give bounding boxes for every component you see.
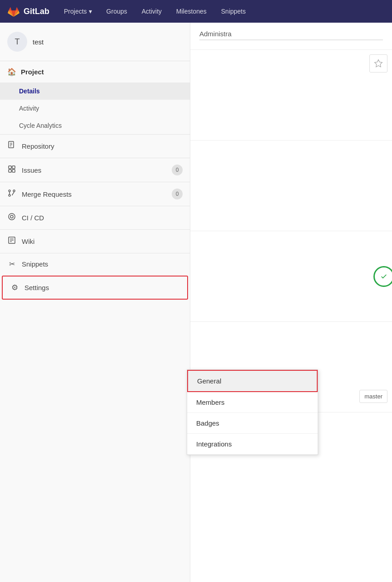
svg-rect-5 [12,166,15,169]
nav-milestones[interactable]: Milestones [169,0,214,23]
merge-requests-badge: 0 [172,189,183,199]
merge-requests-icon [7,189,16,199]
svg-rect-4 [9,166,11,169]
nav-groups[interactable]: Groups [99,0,135,23]
green-circle-container [373,266,392,287]
nav-logo-text: GitLab [24,7,49,16]
issues-badge: 0 [172,165,183,175]
sidebar-item-issues[interactable]: Issues 0 [0,158,190,182]
svg-point-11 [9,213,15,220]
issues-icon [7,165,16,175]
nav-snippets[interactable]: Snippets [214,0,253,23]
sidebar-item-details[interactable]: Details [0,82,190,100]
right-section-3 [190,231,392,322]
sidebar-item-ci-cd[interactable]: CI / CD [0,206,190,229]
settings-icon: ⚙ [10,283,19,292]
dropdown-item-integrations[interactable]: Integrations [187,434,318,455]
sidebar-item-settings[interactable]: ⚙ Settings [2,276,188,300]
chevron-down-icon: ▾ [89,8,92,15]
sidebar-item-activity[interactable]: Activity [0,100,190,117]
dropdown-item-members[interactable]: Members [187,392,318,413]
home-icon: 🏠 [7,68,16,76]
user-name: test [33,38,44,46]
project-section-header[interactable]: 🏠 Project [0,61,190,82]
ci-cd-icon [7,213,16,223]
star-button[interactable] [369,54,387,73]
sidebar-item-snippets[interactable]: ✂ Snippets [0,253,190,275]
user-header: T test [0,23,190,61]
svg-point-9 [9,194,10,196]
dropdown-item-general[interactable]: General [187,370,318,392]
settings-dropdown: General Members Badges Integrations [187,369,318,455]
right-section-1 [190,50,392,141]
svg-rect-6 [9,170,11,172]
nav-activity[interactable]: Activity [135,0,169,23]
master-badge: master [359,390,387,403]
gitlab-fox-icon [7,5,20,18]
nav-links: Projects ▾ Groups Activity Milestones Sn… [57,0,253,23]
nav-projects[interactable]: Projects ▾ [57,0,99,23]
sidebar-item-cycle-analytics[interactable]: Cycle Analytics [0,117,190,134]
sidebar-item-merge-requests[interactable]: Merge Requests 0 [0,182,190,206]
top-navigation: GitLab Projects ▾ Groups Activity Milest… [0,0,392,23]
repository-icon [7,141,16,151]
snippets-icon: ✂ [7,260,16,268]
svg-point-10 [13,190,15,192]
right-section-2 [190,141,392,231]
right-content: Administra [190,23,392,582]
green-status-circle [373,266,392,287]
svg-rect-7 [12,170,15,172]
admin-header: Administra [190,23,392,50]
sidebar: T test 🏠 Project Details Activity Cycle … [0,23,190,582]
dropdown-item-badges[interactable]: Badges [187,413,318,434]
nav-logo[interactable]: GitLab [7,5,49,18]
svg-marker-17 [375,60,382,67]
sidebar-item-wiki[interactable]: Wiki [0,229,190,253]
svg-point-12 [10,215,13,218]
svg-point-8 [9,190,10,192]
wiki-icon [7,236,16,247]
user-avatar: T [7,32,27,52]
sidebar-item-repository[interactable]: Repository [0,134,190,158]
star-button-container [369,54,387,73]
